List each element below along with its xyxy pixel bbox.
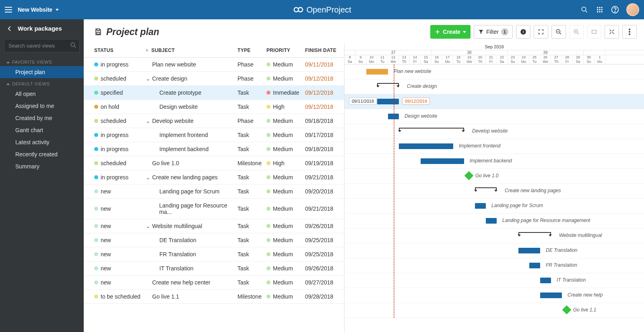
gantt-bar[interactable] xyxy=(377,99,399,104)
gantt-row[interactable]: Create new landing pages xyxy=(345,184,644,199)
milestone-icon[interactable] xyxy=(464,171,474,181)
gantt-bar[interactable] xyxy=(486,218,497,224)
gantt-row[interactable]: Design website xyxy=(345,109,644,124)
filter-button[interactable]: Filter 1 xyxy=(474,25,513,39)
table-row[interactable]: in progressImplement frontendTaskMedium0… xyxy=(84,128,344,142)
gantt-bar[interactable] xyxy=(475,203,486,209)
table-row[interactable]: in progressImplement backendTaskMedium09… xyxy=(84,142,344,156)
gantt-row[interactable]: Implement frontend xyxy=(345,139,644,154)
col-type[interactable]: TYPE xyxy=(237,48,266,53)
gantt-bar[interactable] xyxy=(540,293,562,298)
table-row[interactable]: newDE TranslationTaskMedium09/25/2018 xyxy=(84,233,344,247)
priority-text: Medium xyxy=(273,265,293,272)
gantt-row[interactable]: Landing page for Resource management xyxy=(345,214,644,228)
gantt-bracket[interactable] xyxy=(475,187,497,190)
table-row[interactable]: scheduledGo live 1.0MilestoneHigh09/19/2… xyxy=(84,156,344,170)
sidebar-header[interactable]: Work packages xyxy=(0,19,84,37)
gantt-row[interactable]: Implement backend xyxy=(345,154,644,169)
fullscreen-button[interactable] xyxy=(534,25,548,39)
caret-icon[interactable]: ⌄ xyxy=(146,118,150,124)
gantt-row[interactable]: Create new help xyxy=(345,288,644,303)
caret-icon[interactable]: ⌄ xyxy=(146,223,150,229)
milestone-icon[interactable] xyxy=(562,305,572,315)
table-row[interactable]: specifiedCreate prototypeTaskImmediate09… xyxy=(84,86,344,100)
status-dot xyxy=(94,147,98,151)
caret-icon[interactable]: ⌄ xyxy=(146,75,150,82)
gantt-bar[interactable] xyxy=(529,263,540,268)
chevron-down-icon xyxy=(463,31,466,33)
gantt-bar[interactable] xyxy=(399,143,453,149)
table-row[interactable]: new⌄Website multilingualTaskMedium09/26/… xyxy=(84,219,344,233)
table-row[interactable]: in progressPlan new websitePhaseMedium09… xyxy=(84,58,344,72)
sidebar-item[interactable]: Recently created xyxy=(0,148,84,160)
more-button[interactable] xyxy=(622,25,637,39)
col-priority[interactable]: PRIORITY xyxy=(266,48,305,53)
subject-text: Create new landing pages xyxy=(152,174,218,181)
brand-icon xyxy=(293,4,303,15)
table-row[interactable]: to be scheduledGo live 1.1MilestoneMediu… xyxy=(84,290,344,304)
sidebar-group[interactable]: FAVORITE VIEWS xyxy=(0,56,84,66)
subject-text: Plan new website xyxy=(152,61,196,68)
gantt-bracket[interactable] xyxy=(399,128,464,130)
table-row[interactable]: newCreate new help centerTaskMedium09/27… xyxy=(84,276,344,290)
gantt-row[interactable]: Develop website xyxy=(345,124,644,139)
gantt-bracket[interactable] xyxy=(377,83,399,85)
table-row[interactable]: in progress⌄Create new landing pagesTask… xyxy=(84,170,344,185)
col-status[interactable]: STATUS xyxy=(94,48,146,53)
table-row[interactable]: newLanding page for Resource ma...TaskMe… xyxy=(84,199,344,219)
gantt-row[interactable]: Go live 1.0 xyxy=(345,169,644,184)
gantt-row[interactable]: Create design xyxy=(345,79,644,94)
avatar[interactable] xyxy=(626,3,639,16)
col-finish[interactable]: FINISH DATE xyxy=(305,48,344,53)
table-row[interactable]: scheduled⌄Create designPhaseMedium09/12/… xyxy=(84,72,344,86)
zen-button[interactable] xyxy=(587,25,601,39)
gantt-row[interactable]: Website multilingual xyxy=(345,228,644,243)
gantt-row[interactable]: DE Translation xyxy=(345,243,644,258)
gantt-row[interactable]: 09/11/201809/12/2018 xyxy=(345,94,644,109)
create-button[interactable]: Create xyxy=(430,25,471,39)
sidebar-group[interactable]: DEFAULT VIEWS xyxy=(0,78,84,88)
search-icon[interactable] xyxy=(580,6,588,14)
sidebar-item[interactable]: Project plan xyxy=(0,66,84,78)
info-button[interactable]: i xyxy=(516,25,530,39)
zoom-in-button[interactable] xyxy=(569,25,584,39)
zoom-out-button[interactable] xyxy=(551,25,566,39)
search-input[interactable] xyxy=(4,39,80,52)
table-row[interactable]: on holdDesign websiteTaskHigh09/12/2018 xyxy=(84,100,344,114)
table-row[interactable]: newIT TranslationTaskMedium09/26/2018 xyxy=(84,261,344,276)
day-cell: 9Su xyxy=(355,55,366,64)
gantt-row[interactable]: Go live 1.1 xyxy=(345,303,644,318)
gantt-pane[interactable]: Sep 2018 373839 8Sa9Su10Mo11Tu12We13Th14… xyxy=(345,44,644,332)
caret-icon[interactable]: ⌄ xyxy=(146,174,150,181)
expand-button[interactable] xyxy=(605,25,619,39)
sidebar-item[interactable]: All open xyxy=(0,88,84,100)
brand: OpenProject xyxy=(293,4,351,15)
sidebar-item[interactable]: Gantt chart xyxy=(0,124,84,136)
gantt-bar[interactable] xyxy=(518,248,540,253)
project-selector[interactable]: New Website xyxy=(18,6,59,13)
gantt-bar[interactable] xyxy=(421,158,464,164)
svg-rect-3 xyxy=(599,7,601,8)
gantt-bar[interactable] xyxy=(366,69,388,75)
gantt-row[interactable]: FR Translation xyxy=(345,258,644,273)
sidebar-item[interactable]: Assigned to me xyxy=(0,100,84,112)
gantt-label: Go live 1.1 xyxy=(573,307,596,313)
gantt-bar[interactable] xyxy=(540,278,551,283)
table-row[interactable]: newFR TranslationTaskMedium09/25/2018 xyxy=(84,247,344,261)
apps-icon[interactable] xyxy=(596,6,604,14)
gantt-row[interactable]: Landing page for Scrum xyxy=(345,199,644,214)
table-row[interactable]: scheduled⌄Develop websitePhaseMedium09/1… xyxy=(84,114,344,128)
menu-icon[interactable] xyxy=(5,7,12,12)
status-text: in progress xyxy=(101,146,128,152)
sidebar-item[interactable]: Latest activity xyxy=(0,136,84,148)
gantt-row[interactable]: Plan new website xyxy=(345,64,644,79)
gantt-row[interactable]: IT Translation xyxy=(345,273,644,288)
save-icon[interactable] xyxy=(94,28,102,36)
sidebar-item[interactable]: Summary xyxy=(0,160,84,172)
gantt-label: Develop website xyxy=(472,128,508,134)
col-subject[interactable]: SUBJECT xyxy=(146,48,237,53)
sidebar-item[interactable]: Created by me xyxy=(0,112,84,124)
gantt-bracket[interactable] xyxy=(518,232,551,234)
help-icon[interactable] xyxy=(611,6,619,14)
table-row[interactable]: newLanding page for ScrumTaskMedium09/20… xyxy=(84,185,344,199)
